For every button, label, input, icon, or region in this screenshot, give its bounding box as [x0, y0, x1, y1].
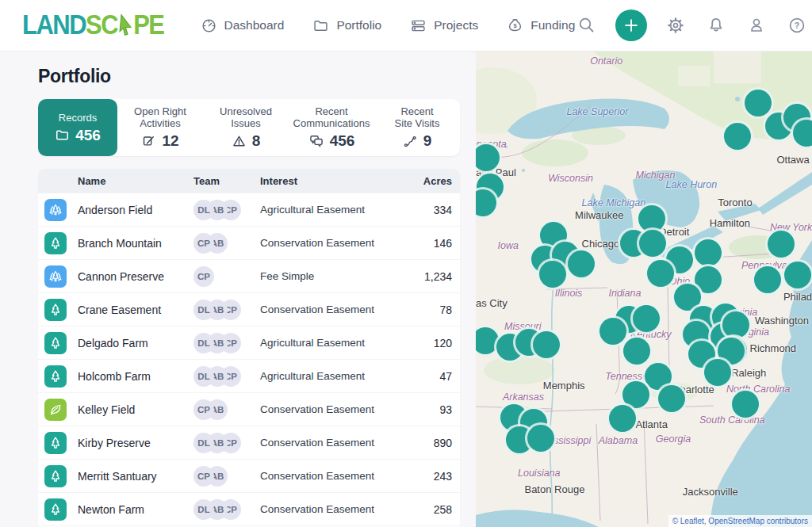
table-row[interactable]: Branch Mountain CPAB Conservation Easeme…: [38, 226, 460, 259]
pine-tree-icon: [48, 335, 63, 351]
record-type-icon: [44, 265, 67, 288]
record-acres: 1,234: [401, 270, 452, 283]
search-button[interactable]: [575, 13, 599, 37]
column-header-name: Name: [44, 175, 193, 187]
team-chips: DLABCP: [193, 200, 260, 220]
add-record-button[interactable]: [615, 10, 647, 41]
table-row[interactable]: Merritt Santuary CPAB Conservation Easem…: [38, 459, 460, 492]
nav-item-funding[interactable]: $ Funding: [507, 17, 575, 34]
team-chips: DLABCP: [193, 433, 260, 453]
map-marker[interactable]: [476, 327, 499, 354]
map-marker[interactable]: [639, 230, 666, 257]
record-name: Cannon Preserve: [78, 270, 164, 283]
map-marker[interactable]: [695, 239, 722, 266]
pine-tree-icon: [48, 302, 63, 318]
nav-label: Funding: [530, 18, 575, 32]
record-name: Kirby Preserve: [78, 437, 151, 449]
column-header-interest: Interest: [260, 175, 401, 187]
stat-records[interactable]: Records 456: [38, 99, 117, 156]
map-marker[interactable]: [527, 425, 554, 452]
team-chips: DLABCP: [193, 300, 260, 320]
map-marker[interactable]: [793, 120, 812, 147]
map-marker[interactable]: [754, 266, 781, 293]
help-button[interactable]: ?: [785, 13, 809, 37]
record-interest: Agricultural Easement: [260, 337, 401, 349]
table-row[interactable]: Crane Easement DLABCP Conservation Easem…: [38, 292, 460, 326]
nav-item-projects[interactable]: Projects: [410, 17, 478, 34]
map-marker[interactable]: [568, 250, 595, 277]
map-marker[interactable]: [623, 338, 650, 365]
record-type-icon: [44, 465, 67, 487]
stat-value: 8: [252, 132, 261, 150]
forest-icon: [48, 202, 63, 218]
notifications-button[interactable]: [704, 13, 728, 37]
stat-open-right-activities[interactable]: Open RightActivities 12: [117, 99, 203, 156]
table-row[interactable]: Holcomb Farm DLABCP Agricultural Easemen…: [38, 359, 460, 392]
map-marker[interactable]: [638, 205, 665, 232]
record-interest: Conservation Easement: [260, 470, 401, 482]
map-marker[interactable]: [732, 391, 759, 418]
map-marker[interactable]: [724, 123, 751, 150]
page-title: Portfolio: [38, 66, 460, 87]
record-interest: Agricultural Easement: [260, 204, 401, 216]
map-marker[interactable]: [533, 331, 560, 358]
pine-tree-icon: [48, 435, 63, 451]
table-row[interactable]: Cannon Preserve CP Fee Simple 1,234: [38, 259, 460, 292]
map-marker[interactable]: [784, 262, 811, 288]
pine-tree-icon: [48, 235, 63, 251]
nav-item-portfolio[interactable]: Portfolio: [312, 17, 381, 34]
table-row[interactable]: Newton Farm DLABCP Conservation Easement…: [38, 492, 460, 525]
record-acres: 93: [401, 403, 452, 416]
record-name: Holcomb Farm: [78, 370, 151, 383]
search-icon: [577, 16, 596, 35]
funding-icon: $: [507, 17, 523, 34]
team-chip: DL: [193, 433, 214, 453]
settings-button[interactable]: [664, 13, 688, 37]
stat-label: RecentSite Visits: [395, 105, 440, 129]
stat-unresolved-issues[interactable]: UnresolvedIssues 8: [203, 99, 289, 156]
record-name: Delgado Farm: [78, 337, 148, 349]
forest-icon: [48, 269, 63, 285]
nav-item-dashboard[interactable]: Dashboard: [201, 17, 285, 34]
team-chip: DL: [193, 200, 214, 220]
record-acres: 890: [401, 437, 452, 449]
record-interest: Conservation Easement: [260, 437, 401, 449]
stat-value: 9: [423, 132, 432, 150]
team-chips: DLABCP: [193, 499, 260, 520]
map-marker[interactable]: [539, 261, 566, 288]
team-chips: DLABCP: [193, 333, 260, 353]
map-marker[interactable]: [647, 260, 674, 287]
map-marker[interactable]: [745, 90, 772, 116]
team-chips: CPAB: [193, 233, 260, 254]
map-marker[interactable]: [722, 311, 749, 338]
account-button[interactable]: [745, 13, 768, 37]
bell-icon: [707, 16, 726, 35]
table-row[interactable]: Delgado Farm DLABCP Agricultural Easemen…: [38, 326, 460, 359]
app-header: LANDSCPE Dashboard Portfolio Projects $ …: [0, 0, 812, 52]
record-acres: 78: [401, 304, 452, 316]
dashboard-icon: [201, 17, 217, 34]
team-chip: DL: [193, 366, 214, 387]
map-view[interactable]: OntarioLake SuperiorMinnesotaSaint PaulW…: [476, 52, 812, 527]
column-header-acres: Acres: [401, 175, 452, 187]
map-marker[interactable]: [704, 359, 731, 386]
map-marker[interactable]: [658, 385, 685, 412]
folder-icon: [312, 17, 329, 34]
map-attribution[interactable]: © Leaflet, OpenStreetMap contributors: [668, 515, 812, 527]
map-marker[interactable]: [599, 318, 626, 345]
map-marker[interactable]: [633, 305, 660, 332]
map-marker[interactable]: [609, 405, 636, 432]
pine-tree-icon: [48, 468, 63, 484]
app-logo[interactable]: LANDSCPE: [22, 10, 164, 41]
table-row[interactable]: Anderson Field DLABCP Agricultural Easem…: [38, 193, 460, 226]
stat-label: UnresolvedIssues: [220, 105, 272, 129]
svg-text:$: $: [514, 22, 518, 29]
map-marker[interactable]: [622, 381, 649, 408]
stat-label: Open RightActivities: [134, 105, 186, 129]
table-row[interactable]: Kirby Preserve DLABCP Conservation Easem…: [38, 426, 460, 459]
map-marker[interactable]: [768, 231, 795, 258]
stat-recent-site-visits[interactable]: RecentSite Visits 9: [374, 99, 460, 156]
table-row[interactable]: Kelley Field CPAB Conservation Easement …: [38, 392, 460, 426]
map-marker[interactable]: [476, 144, 500, 171]
stat-recent-communications[interactable]: RecentCommunications 456: [289, 99, 374, 156]
